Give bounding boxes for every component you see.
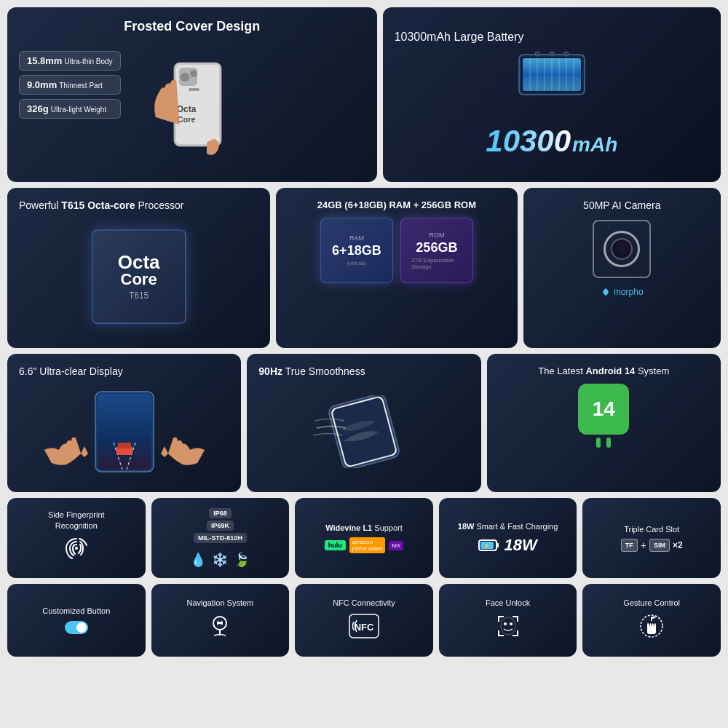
button-card: Customized Button — [7, 584, 146, 657]
water-icon: 💧 — [190, 552, 206, 568]
battery-number: 10300 — [486, 124, 571, 159]
svg-rect-5 — [189, 88, 199, 91]
android-icon: 14 — [578, 384, 629, 435]
octa-box: Octa Core T615 — [92, 229, 186, 324]
battery-title: 10300mAh Large Battery — [395, 31, 524, 44]
nfc-svg: NFC — [348, 613, 380, 639]
processor-title: Powerful T615 Octa-core Processor — [19, 199, 258, 211]
gaming-svg — [44, 384, 205, 479]
morpho-icon — [601, 287, 611, 297]
battery-phone-svg — [479, 51, 625, 124]
fingerprint-label: Side FingerprintRecognition — [48, 510, 105, 531]
row1: Frosted Cover Design 15.8mm Ultra-thin B… — [7, 7, 721, 182]
face-icon — [495, 613, 521, 642]
octa-text: Octa — [118, 253, 160, 272]
face-label: Face Unlock — [486, 598, 530, 607]
svg-text:NFC: NFC — [355, 622, 374, 633]
ram-sub: (virtual) — [347, 260, 367, 266]
navigation-card: Navigation System — [151, 584, 290, 657]
hz-title: 90Hz True Smoothness — [258, 365, 365, 377]
ip68-badge: IP68 — [209, 508, 232, 518]
leaf-icon: 🍃 — [234, 552, 250, 568]
octa-display: Octa Core T615 — [19, 217, 258, 336]
morpho-brand: morpho — [601, 287, 644, 297]
ram-value: 6+18GB — [332, 243, 381, 258]
mx-logo: MX — [389, 541, 403, 550]
charging-display: ⚡ 18W — [478, 536, 537, 555]
ram-chips: RAM 6+18GB (virtual) ROM 256GB 2TB Expan… — [288, 218, 505, 283]
camera-title: 50MP AI Camera — [583, 199, 660, 211]
streaming-logos: hulu amazonprime video MX — [325, 537, 403, 553]
svg-point-3 — [181, 73, 189, 82]
svg-point-18 — [535, 52, 539, 56]
svg-point-20 — [564, 52, 569, 56]
android-card: The Latest Android 14 System 14 — [487, 354, 721, 492]
charging-label: 18W Smart & Fast Charging — [458, 521, 558, 531]
row5: Customized Button Navigation System — [7, 584, 721, 657]
fingerprint-svg — [63, 535, 90, 561]
ram-card: 24GB (6+18GB) RAM + 256GB ROM RAM 6+18GB… — [276, 188, 517, 348]
spec-weight: 326g Ultra-light Weight — [19, 99, 121, 119]
hands-display — [44, 384, 205, 479]
svg-text:⚡: ⚡ — [483, 542, 490, 549]
gesture-icon — [638, 613, 665, 642]
rom-label: ROM — [429, 232, 444, 239]
ip-rating-card: IP68 IP69K MIL-STD-810H 💧 ❄️ 🍃 — [151, 498, 290, 578]
navigation-label: Navigation System — [187, 598, 254, 607]
svg-point-19 — [550, 52, 554, 56]
model-text: T615 — [129, 290, 149, 301]
svg-text:Octa: Octa — [176, 104, 196, 114]
button-label: Customized Button — [42, 606, 110, 615]
gesture-label: Gesture Control — [623, 598, 680, 607]
ip-badges: IP68 IP69K MIL-STD-810H — [194, 508, 247, 543]
core-text: Core — [121, 272, 157, 288]
svg-point-45 — [501, 617, 515, 635]
slot-display: TF + SIM ×2 — [621, 539, 683, 552]
display-preview — [19, 383, 229, 480]
face-svg — [495, 613, 521, 639]
svg-point-43 — [504, 622, 507, 625]
widevine-card: Widevine L1 Support hulu amazonprime vid… — [295, 498, 433, 578]
battery-unit: mAh — [572, 133, 617, 157]
charging-value: 18W — [504, 536, 537, 555]
svg-point-4 — [190, 70, 197, 77]
specs-list: 15.8mm Ultra-thin Body 9.0mm Thinnest Pa… — [19, 51, 121, 119]
rom-chip: ROM 256GB 2TB Expandable Storage — [400, 218, 473, 283]
ip-icons: 💧 ❄️ 🍃 — [190, 552, 250, 568]
widevine-label: Widevine L1 Support — [325, 523, 403, 533]
svg-rect-31 — [596, 438, 601, 448]
svg-text:Core: Core — [177, 115, 195, 124]
snow-icon: ❄️ — [212, 552, 228, 568]
camera-icon — [593, 220, 651, 278]
svg-point-33 — [75, 547, 78, 550]
charging-icon-svg: ⚡ — [478, 538, 500, 553]
row2: Powerful T615 Octa-core Processor Octa C… — [7, 188, 721, 348]
nfc-card: NFC Connectivity NFC — [295, 584, 433, 657]
ram-chip: RAM 6+18GB (virtual) — [320, 218, 393, 283]
svg-rect-27 — [118, 443, 131, 448]
plus-sign: + — [641, 539, 646, 551]
gesture-card: Gesture Control — [582, 584, 721, 657]
fingerprint-icon — [63, 535, 90, 566]
navigation-icon — [207, 613, 233, 642]
android-legs — [582, 438, 625, 452]
phone-hand-svg: Octa Core — [134, 52, 250, 168]
rom-sub: 2TB Expandable Storage — [411, 257, 462, 270]
spec-thickness: 15.8mm Ultra-thin Body — [19, 51, 121, 71]
hz-svg — [309, 395, 419, 468]
face-card: Face Unlock — [439, 584, 577, 657]
toggle-icon — [65, 621, 88, 634]
nfc-icon: NFC — [348, 613, 380, 642]
display-title: 6.6" Ultra-clear Display — [19, 365, 229, 377]
mil-badge: MIL-STD-810H — [194, 533, 247, 543]
amazon-logo: amazonprime video — [349, 537, 385, 553]
battery-value-display: 10300 mAh — [486, 124, 617, 159]
slot-label: Triple Card Slot — [624, 524, 679, 534]
hz-card: 90Hz True Smoothness — [247, 354, 480, 492]
row4: Side FingerprintRecognition IP68 IP69K M… — [7, 498, 721, 578]
ram-title: 24GB (6+18GB) RAM + 256GB ROM — [288, 199, 505, 210]
display-card: 6.6" Ultra-clear Display — [7, 354, 241, 492]
svg-rect-23 — [98, 394, 151, 470]
gesture-svg — [638, 613, 665, 639]
frosted-title: Frosted Cover Design — [124, 19, 260, 34]
